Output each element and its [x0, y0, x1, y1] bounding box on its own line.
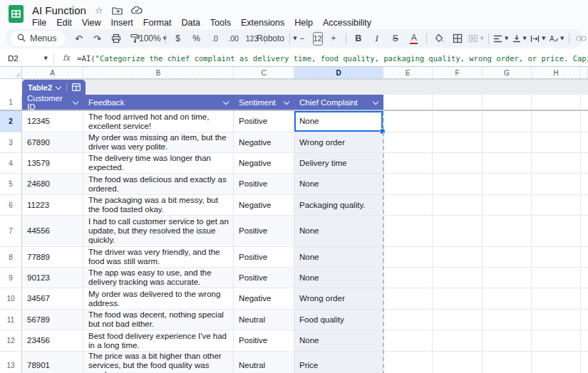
cell-b5[interactable]: The food was delicious and exactly as or… [83, 174, 234, 195]
cloud-saved-icon[interactable] [131, 6, 143, 14]
empty-cell[interactable] [532, 288, 581, 310]
empty-cell[interactable] [483, 132, 532, 153]
empty-cell[interactable] [483, 216, 532, 247]
cell-b4[interactable]: The delivery time was longer than expect… [83, 153, 234, 174]
empty-cell[interactable] [433, 247, 483, 268]
column-header-f[interactable]: F [433, 67, 483, 78]
menu-accessibility[interactable]: Accessibility [318, 17, 376, 28]
cell-c9[interactable]: Positive [234, 268, 294, 288]
empty-cell[interactable] [483, 310, 532, 330]
cell-d12[interactable]: None [294, 330, 383, 352]
empty-cell[interactable] [383, 216, 433, 247]
sheets-logo-icon[interactable] [6, 4, 26, 23]
cell-b10[interactable]: My order was delivered to the wrong addr… [83, 288, 234, 310]
filter-chevron-icon[interactable] [373, 98, 378, 104]
empty-cell[interactable] [483, 111, 532, 132]
cell-c5[interactable]: Positive [234, 174, 294, 195]
empty-cell[interactable] [433, 310, 483, 330]
column-header-b[interactable]: B [83, 67, 234, 78]
empty-cell[interactable] [483, 195, 532, 216]
cell-d5[interactable]: None [294, 174, 383, 195]
row-number[interactable]: 9 [0, 268, 22, 288]
row-number[interactable]: 8 [0, 247, 22, 268]
empty-cell[interactable] [383, 111, 433, 132]
cell-a10[interactable]: 34567 [22, 288, 83, 310]
cell-a3[interactable]: 67890 [22, 132, 83, 153]
empty-cell[interactable] [383, 153, 433, 174]
undo-button[interactable]: ↶ [70, 31, 88, 46]
cell-c7[interactable]: Positive [234, 216, 294, 247]
cell-a7[interactable]: 44556 [22, 216, 83, 247]
cell-d10[interactable]: Wrong order [294, 288, 383, 310]
menu-file[interactable]: File [27, 17, 51, 28]
cell-b8[interactable]: The driver was very friendly, and the fo… [83, 247, 234, 268]
strikethrough-button[interactable]: S [386, 31, 405, 46]
empty-cell[interactable] [532, 111, 581, 132]
cell-b9[interactable]: The app was easy to use, and the deliver… [83, 268, 234, 288]
cell-d4[interactable]: Delivery time [294, 153, 383, 174]
namebox-dropdown-icon[interactable]: ▼ [44, 56, 48, 61]
cell-d9[interactable]: None [294, 268, 383, 288]
empty-cell[interactable] [532, 310, 581, 330]
column-header-c[interactable]: C [234, 67, 294, 78]
cell-c12[interactable]: Positive [234, 330, 294, 352]
row-number[interactable]: 6 [0, 195, 22, 216]
empty-cell[interactable] [532, 216, 581, 247]
empty-cell[interactable] [433, 352, 483, 373]
zoom-select[interactable]: 100%▼ [144, 31, 163, 46]
cell-a6[interactable]: 11223 [22, 195, 83, 216]
formula-input[interactable]: =AI("Categorize the chief complaint as d… [77, 54, 588, 63]
italic-button[interactable]: I [368, 31, 386, 46]
horizontal-align-button[interactable]: ▼ [492, 31, 510, 46]
vertical-align-button[interactable]: ▼ [510, 31, 529, 46]
empty-cell[interactable] [383, 174, 433, 195]
cell-a4[interactable]: 13579 [22, 153, 83, 174]
select-all-corner[interactable] [0, 67, 22, 78]
menu-insert[interactable]: Insert [106, 17, 138, 28]
text-color-button[interactable]: A [405, 31, 423, 46]
empty-cell[interactable] [532, 195, 581, 216]
empty-cell[interactable] [383, 247, 433, 268]
insert-link-button[interactable] [572, 31, 588, 46]
row-number[interactable]: 2 [0, 111, 22, 132]
row-number[interactable]: 11 [0, 310, 22, 330]
empty-cell[interactable] [433, 330, 483, 352]
empty-cell[interactable] [383, 95, 433, 111]
cell-c13[interactable]: Neutral [234, 352, 294, 373]
increase-decimal-button[interactable]: .00 [225, 31, 243, 46]
decrease-decimal-button[interactable]: .0 [206, 31, 225, 46]
filter-chevron-icon[interactable] [223, 98, 229, 104]
cell-b13[interactable]: The price was a bit higher than other se… [83, 352, 234, 373]
redo-button[interactable]: ↷ [88, 31, 107, 46]
star-icon[interactable]: ☆ [95, 6, 103, 15]
cell-b6[interactable]: The packaging was a bit messy, but the f… [83, 195, 234, 216]
row-number[interactable]: 13 [0, 352, 22, 373]
text-wrap-button[interactable]: ▼ [529, 31, 547, 46]
empty-cell[interactable] [433, 153, 483, 174]
document-title[interactable]: AI Function [32, 4, 86, 16]
empty-cell[interactable] [383, 352, 433, 373]
cell-d3[interactable]: Wrong order [294, 132, 383, 153]
cell-d6[interactable]: Packaging quality. [294, 195, 383, 216]
empty-cell[interactable] [483, 247, 532, 268]
bold-button[interactable]: B [349, 31, 368, 46]
empty-cell[interactable] [433, 95, 483, 111]
fill-color-button[interactable] [430, 31, 448, 46]
cell-b3[interactable]: My order was missing an item, but the dr… [83, 132, 234, 153]
row-number[interactable]: 7 [0, 216, 22, 247]
search-menus-button[interactable]: Menus [11, 31, 66, 46]
column-header-e[interactable]: E [383, 67, 433, 78]
cell-a2[interactable]: 12345 [22, 111, 83, 132]
row-number[interactable]: 12 [0, 330, 22, 352]
column-header-g[interactable]: G [483, 67, 532, 78]
empty-cell[interactable] [383, 195, 433, 216]
cell-d2[interactable]: None [294, 111, 383, 132]
empty-cell[interactable] [483, 352, 532, 373]
row-number[interactable]: 5 [0, 174, 22, 195]
empty-cell[interactable] [383, 132, 433, 153]
table-menu-chevron-icon[interactable] [56, 84, 61, 90]
filter-chevron-icon[interactable] [284, 98, 289, 104]
table-header-feedback[interactable]: Feedback [83, 95, 234, 111]
empty-cell[interactable] [532, 330, 581, 352]
text-rotation-button[interactable]: A▼ [547, 31, 566, 46]
